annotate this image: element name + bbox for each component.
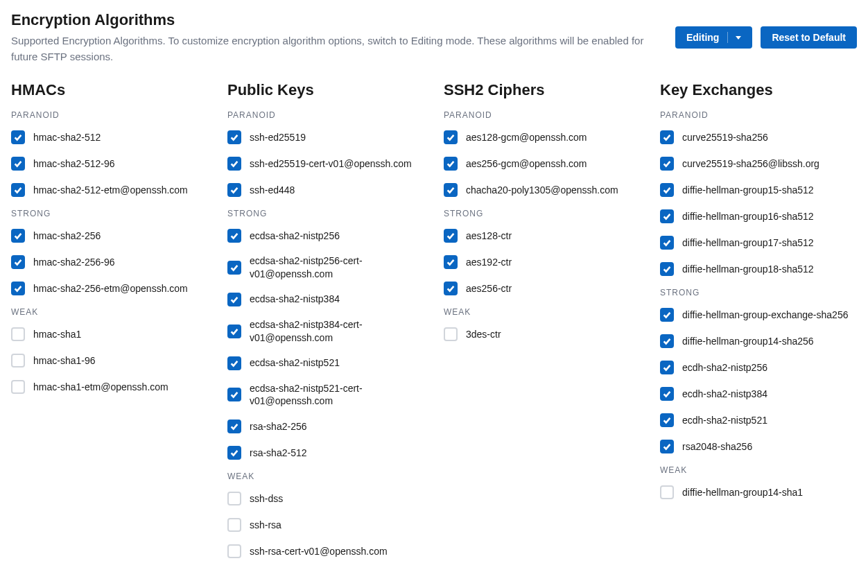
algorithm-item: diffie-hellman-group14-sha256 xyxy=(660,334,857,349)
algorithm-item: hmac-sha2-512 xyxy=(11,130,208,145)
checkbox-ecdh-sha2-nistp256[interactable] xyxy=(660,361,674,374)
algorithm-label: hmac-sha2-256 xyxy=(33,230,101,243)
algorithm-label: curve25519-sha256 xyxy=(682,131,768,144)
checkbox-diffie-hellman-group14-sha256[interactable] xyxy=(660,334,674,348)
checkbox-hmac-sha2-256-96[interactable] xyxy=(11,255,25,269)
algorithm-item: rsa-sha2-512 xyxy=(227,445,424,460)
algorithm-label: ecdsa-sha2-nistp384-cert-v01@openssh.com xyxy=(250,318,424,345)
column-ssh2-ciphers: SSH2 CiphersPARANOIDaes128-gcm@openssh.c… xyxy=(444,81,641,570)
checkbox-hmac-sha2-512-96[interactable] xyxy=(11,157,25,171)
column-title: Public Keys xyxy=(227,81,424,99)
algorithm-label: ssh-rsa-cert-v01@openssh.com xyxy=(250,545,388,558)
checkbox-ssh-ed25519-cert-v01-openssh-com[interactable] xyxy=(227,157,241,171)
algorithm-item: aes192-ctr xyxy=(444,254,641,270)
algorithm-item: chacha20-poly1305@openssh.com xyxy=(444,182,641,198)
checkbox-hmac-sha2-512-etm-openssh-com[interactable] xyxy=(11,183,25,197)
checkbox-ssh-ed25519[interactable] xyxy=(227,130,241,144)
algorithm-item: diffie-hellman-group14-sha1 xyxy=(660,485,857,500)
algorithm-item: ssh-ed25519 xyxy=(227,130,424,145)
checkbox-ecdsa-sha2-nistp384-cert-v01-openssh-com[interactable] xyxy=(227,325,241,338)
group-label-strong: STRONG xyxy=(444,209,641,218)
checkbox-hmac-sha1[interactable] xyxy=(11,327,25,341)
checkbox-diffie-hellman-group18-sha512[interactable] xyxy=(660,262,674,276)
checkbox-diffie-hellman-group-exchange-sha256[interactable] xyxy=(660,308,674,322)
algorithm-label: ecdsa-sha2-nistp256-cert-v01@openssh.com xyxy=(250,254,424,281)
page-title: Encryption Algorithms xyxy=(11,11,659,29)
algorithm-label: ecdsa-sha2-nistp521-cert-v01@openssh.com xyxy=(250,382,424,408)
group-label-weak: WEAK xyxy=(660,465,857,475)
checkbox-aes256-ctr[interactable] xyxy=(444,282,458,295)
checkbox-ecdsa-sha2-nistp256[interactable] xyxy=(227,229,241,243)
checkbox-hmac-sha1-96[interactable] xyxy=(11,354,25,368)
checkbox-rsa-sha2-256[interactable] xyxy=(227,420,241,433)
algorithm-item: diffie-hellman-group17-sha512 xyxy=(660,235,857,250)
header-buttons: Editing Reset to Default xyxy=(675,11,857,49)
checkbox-diffie-hellman-group16-sha512[interactable] xyxy=(660,209,674,223)
checkbox-ssh-ed448[interactable] xyxy=(227,183,241,197)
algorithm-item: aes256-ctr xyxy=(444,281,641,296)
algorithm-item: 3des-ctr xyxy=(444,327,641,342)
checkbox-ecdsa-sha2-nistp384[interactable] xyxy=(227,293,241,306)
checkbox-ecdh-sha2-nistp521[interactable] xyxy=(660,413,674,427)
algorithm-item: diffie-hellman-group18-sha512 xyxy=(660,261,857,277)
checkbox-aes256-gcm-openssh-com[interactable] xyxy=(444,157,458,171)
algorithm-item: ecdsa-sha2-nistp521 xyxy=(227,356,424,371)
algorithm-label: rsa-sha2-512 xyxy=(250,447,307,460)
algorithm-label: diffie-hellman-group14-sha256 xyxy=(682,335,814,348)
algorithm-label: diffie-hellman-group14-sha1 xyxy=(682,486,803,499)
columns-container: HMACsPARANOIDhmac-sha2-512hmac-sha2-512-… xyxy=(11,81,857,570)
checkbox-aes128-ctr[interactable] xyxy=(444,229,458,243)
algorithm-item: hmac-sha2-256 xyxy=(11,228,208,243)
checkbox-ecdsa-sha2-nistp521-cert-v01-openssh-com[interactable] xyxy=(227,388,241,401)
reset-to-default-button[interactable]: Reset to Default xyxy=(761,26,857,49)
checkbox-ssh-rsa[interactable] xyxy=(227,518,241,532)
algorithm-item: curve25519-sha256@libssh.org xyxy=(660,156,857,171)
algorithm-item: hmac-sha2-512-etm@openssh.com xyxy=(11,182,208,198)
algorithm-label: ecdh-sha2-nistp384 xyxy=(682,388,767,401)
page-header: Encryption Algorithms Supported Encrypti… xyxy=(11,11,857,64)
algorithm-item: diffie-hellman-group-exchange-sha256 xyxy=(660,307,857,322)
checkbox-hmac-sha1-etm-openssh-com[interactable] xyxy=(11,380,25,394)
checkbox-aes128-gcm-openssh-com[interactable] xyxy=(444,130,458,144)
algorithm-label: ecdsa-sha2-nistp256 xyxy=(250,230,340,243)
algorithm-item: rsa2048-sha256 xyxy=(660,439,857,454)
checkbox-diffie-hellman-group14-sha1[interactable] xyxy=(660,485,674,499)
checkbox-ecdh-sha2-nistp384[interactable] xyxy=(660,387,674,401)
checkbox-3des-ctr[interactable] xyxy=(444,327,458,341)
algorithm-label: curve25519-sha256@libssh.org xyxy=(682,157,819,171)
editing-button[interactable]: Editing xyxy=(675,26,752,49)
algorithm-label: 3des-ctr xyxy=(466,328,501,341)
checkbox-ecdsa-sha2-nistp521[interactable] xyxy=(227,356,241,370)
checkbox-curve25519-sha256[interactable] xyxy=(660,130,674,144)
algorithm-item: ssh-ed448 xyxy=(227,182,424,198)
checkbox-ssh-dss[interactable] xyxy=(227,492,241,505)
algorithm-item: ecdsa-sha2-nistp384 xyxy=(227,292,424,307)
button-separator xyxy=(727,32,728,43)
header-text: Encryption Algorithms Supported Encrypti… xyxy=(11,11,675,64)
checkbox-aes192-ctr[interactable] xyxy=(444,255,458,269)
checkbox-rsa2048-sha256[interactable] xyxy=(660,440,674,453)
editing-button-label: Editing xyxy=(686,32,719,43)
algorithm-item: hmac-sha2-512-96 xyxy=(11,156,208,171)
checkbox-diffie-hellman-group17-sha512[interactable] xyxy=(660,236,674,250)
checkbox-rsa-sha2-512[interactable] xyxy=(227,446,241,460)
checkbox-diffie-hellman-group15-sha512[interactable] xyxy=(660,183,674,197)
algorithm-item: ssh-rsa-cert-v01@openssh.com xyxy=(227,544,424,559)
algorithm-label: hmac-sha2-512-96 xyxy=(33,157,115,171)
algorithm-item: ssh-ed25519-cert-v01@openssh.com xyxy=(227,156,424,171)
algorithm-item: ecdsa-sha2-nistp521-cert-v01@openssh.com xyxy=(227,382,424,408)
checkbox-hmac-sha2-512[interactable] xyxy=(11,130,25,144)
checkbox-ssh-rsa-cert-v01-openssh-com[interactable] xyxy=(227,544,241,558)
checkbox-ecdsa-sha2-nistp256-cert-v01-openssh-com[interactable] xyxy=(227,261,241,275)
checkbox-curve25519-sha256-libssh-org[interactable] xyxy=(660,157,674,171)
algorithm-label: hmac-sha2-512 xyxy=(33,131,101,144)
group-label-paranoid: PARANOID xyxy=(227,110,424,120)
algorithm-label: aes128-ctr xyxy=(466,230,512,243)
checkbox-hmac-sha2-256-etm-openssh-com[interactable] xyxy=(11,282,25,295)
group-label-paranoid: PARANOID xyxy=(11,110,208,120)
checkbox-chacha20-poly1305-openssh-com[interactable] xyxy=(444,183,458,197)
algorithm-item: hmac-sha1-96 xyxy=(11,353,208,368)
algorithm-item: rsa-sha2-256 xyxy=(227,419,424,434)
algorithm-label: aes256-gcm@openssh.com xyxy=(466,157,587,171)
checkbox-hmac-sha2-256[interactable] xyxy=(11,229,25,243)
